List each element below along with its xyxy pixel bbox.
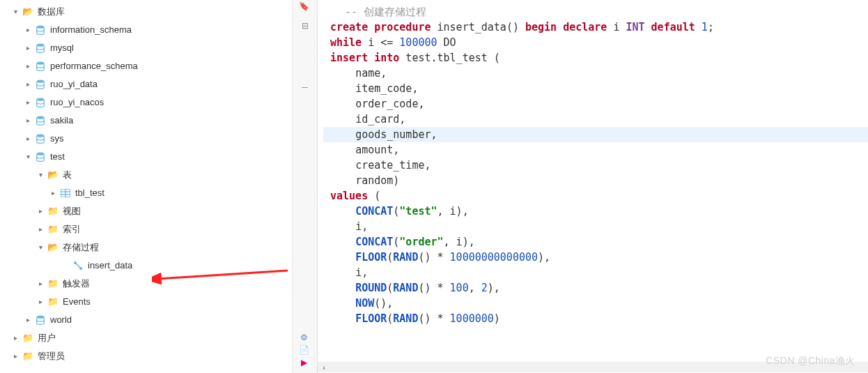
tree-test-events[interactable]: ▸📁Events [1,293,292,311]
scroll-left-button[interactable]: ‹ [318,363,330,372]
tree-schema-information_schema[interactable]: ▸information_schema [1,21,292,39]
bookmark-icon[interactable]: 🔖 [299,1,309,11]
tree-root-databases[interactable]: ▾ 📂 数据库 [1,3,292,21]
tree-label: 触发器 [63,277,90,290]
code-line: NOW(), [323,296,868,311]
tree-schema-sakila[interactable]: ▸sakila [1,112,292,130]
chevron-right-icon: ▸ [24,60,32,73]
tree-label: performance_schema [50,60,138,73]
database-icon [35,97,46,108]
code-line: CONCAT("order", i), [323,234,868,250]
folder-open-icon: 📂 [47,169,59,181]
tree-label: 数据库 [38,6,65,18]
database-icon [35,115,46,126]
chevron-right-icon: ▸ [36,205,45,218]
tree-admin[interactable]: ▸ 📁 管理员 [1,347,292,365]
tree-label: ruo_yi_data [50,78,98,91]
tree-label: Events [63,296,91,308]
chevron-right-icon: ▸ [24,314,32,326]
tree-test-indexes[interactable]: ▸📁索引 [1,220,292,238]
chevron-down-icon: ▾ [36,241,45,254]
tree-procedure-insert_data[interactable]: insert_data [1,257,292,275]
tree-test-procedures[interactable]: ▾📂存储过程 [1,238,292,257]
editor-bottom-tools: ⚙ 📄 ▶ [297,331,310,367]
gear-icon[interactable]: ⚙ [299,333,309,342]
tree-test-tables[interactable]: ▾📂表 [1,166,292,184]
tree-label: sakila [50,114,73,127]
tree-users[interactable]: ▸ 📁 用户 [1,329,292,347]
tree-label: 视图 [63,205,81,218]
chevron-right-icon: ▸ [24,42,32,54]
svg-point-2 [37,62,45,65]
folder-icon: 📁 [47,296,59,307]
code-line: id_card, [323,112,868,127]
tree-schema-performance_schema[interactable]: ▸performance_schema [1,57,292,75]
code-line: values ( [323,188,868,204]
svg-point-1 [37,44,45,47]
folder-icon: 📁 [47,206,59,217]
svg-point-14 [37,316,45,319]
tree-table-tbl_test[interactable]: ▸tbl_test [1,184,292,202]
svg-point-6 [37,135,45,137]
tree-label: 表 [63,169,72,181]
chevron-right-icon: ▸ [24,24,32,36]
database-icon [35,61,46,72]
tree-schema-world[interactable]: ▸world [1,311,292,329]
folder-open-icon: 📂 [22,6,33,17]
tree-label: insert_data [88,259,132,272]
procedure-icon [72,260,84,271]
tree-label: 管理员 [38,350,65,363]
chevron-right-icon: ▸ [24,132,32,145]
tree-label: 用户 [38,332,56,344]
code-viewport[interactable]: -- 创建存储过程create procedure insert_data() … [318,0,868,373]
horizontal-scrollbar[interactable]: ‹ [318,362,868,372]
tree-schema-sys[interactable]: ▸sys [1,130,292,148]
code-line: item_code, [323,81,868,96]
chevron-right-icon: ▸ [11,332,20,344]
sql-editor: ⊟ ─ -- 创建存储过程create procedure insert_dat… [293,0,868,373]
code-line: FLOOR(RAND() * 1000000) [323,311,868,326]
tree-schema-test[interactable]: ▾test [1,148,292,166]
code-line: order_code, [323,96,868,112]
tree-test-triggers[interactable]: ▸📁触发器 [1,275,292,293]
tree-label: world [50,314,72,326]
tree-schema-mysql[interactable]: ▸mysql [1,39,292,57]
tree-test-views[interactable]: ▸📁视图 [1,202,292,220]
svg-point-4 [37,98,45,101]
chevron-right-icon: ▸ [24,96,32,109]
tree-label: sys [50,132,64,145]
code-line: ROUND(RAND() * 100, 2), [323,280,868,296]
fold-marker[interactable]: ⊟ [295,21,314,36]
chevron-down-icon: ▾ [36,169,45,181]
code-line: i, [323,219,868,234]
chevron-down-icon: ▾ [24,151,32,163]
code-line: goods_number, [323,127,868,142]
svg-point-3 [37,80,45,83]
page-icon[interactable]: 📄 [299,345,309,355]
editor-top-tools: 🔖 [297,0,310,11]
tree-label: 存储过程 [63,241,99,254]
database-icon [35,314,46,326]
svg-point-5 [37,116,45,119]
folder-icon: 📁 [47,278,59,289]
code-line: insert into test.tbl_test ( [323,50,868,66]
chevron-right-icon: ▸ [11,350,20,363]
svg-point-0 [37,26,45,29]
folder-icon: 📁 [47,224,59,235]
tree-schema-ruo_yi_data[interactable]: ▸ruo_yi_data [1,75,292,93]
database-icon [35,43,46,54]
comment: -- 创建存储过程 [345,6,426,18]
database-icon [35,133,46,144]
tree-label: information_schema [50,24,132,36]
run-icon[interactable]: ▶ [299,358,309,367]
chevron-right-icon: ▸ [36,223,45,236]
code-line: while i <= 100000 DO [323,35,868,50]
folder-icon: 📁 [22,351,33,362]
database-tree[interactable]: ▾ 📂 数据库 ▸information_schema▸mysql▸perfor… [0,0,293,373]
code-line: i, [323,265,868,280]
database-icon [35,79,46,90]
tree-schema-ruo_yi_nacos[interactable]: ▸ruo_yi_nacos [1,93,292,112]
code-line: -- 创建存储过程 [323,4,868,20]
chevron-right-icon: ▸ [36,296,45,308]
table-icon [60,188,71,199]
